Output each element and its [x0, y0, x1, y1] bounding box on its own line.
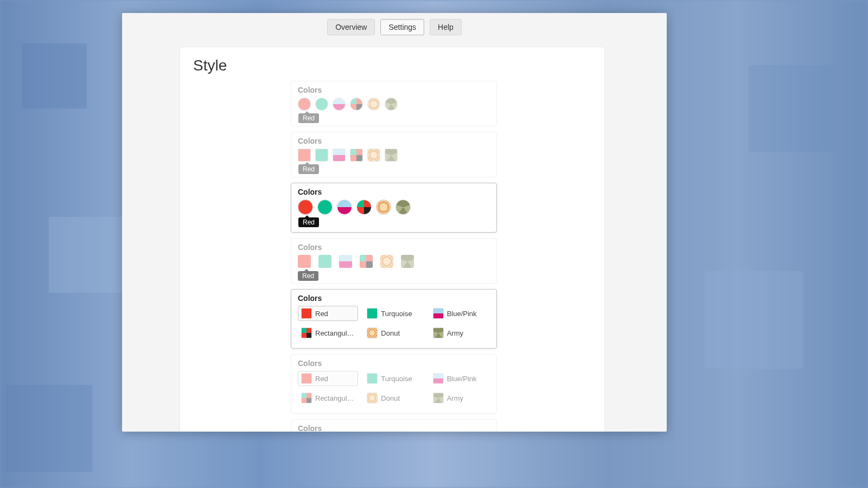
tab-help[interactable]: Help [430, 19, 462, 35]
list-item-bluepink[interactable]: Blue/Pink [430, 371, 490, 386]
color-card-list-faded: Colors Red Turquoise Blue/Pink Rectangul… [291, 354, 497, 414]
swatch-rect[interactable] [356, 200, 372, 215]
list-item-turquoise[interactable]: Turquoise [363, 371, 424, 386]
swatch-rect[interactable] [350, 98, 363, 111]
swatch-bluepink[interactable] [333, 149, 346, 162]
swatch-rect[interactable] [360, 255, 373, 268]
card-title: Colors [298, 294, 490, 303]
swatch-army[interactable] [385, 98, 398, 111]
tab-settings[interactable]: Settings [380, 19, 424, 35]
swatch-turquoise[interactable] [318, 255, 331, 268]
swatch-turquoise[interactable] [317, 200, 333, 215]
tooltip: Red [298, 271, 318, 281]
swatch-donut[interactable] [367, 98, 380, 111]
tooltip: Red [298, 164, 319, 174]
card-title: Colors [298, 424, 490, 432]
swatch-row: Red [298, 255, 490, 268]
swatch-donut[interactable] [376, 200, 391, 215]
swatch-bluepink[interactable] [339, 255, 352, 268]
swatch-bluepink[interactable] [337, 200, 352, 215]
swatch-donut[interactable] [367, 149, 380, 162]
color-card-circle-active: Colors Red [291, 183, 497, 233]
list-item-rect[interactable]: Rectangular P... [298, 325, 358, 341]
color-card-square-1: Colors Red [291, 132, 497, 177]
swatch-red[interactable]: Red [298, 149, 311, 162]
list-item-red[interactable]: Red [298, 306, 358, 321]
card-title: Colors [298, 86, 490, 94]
swatch-army[interactable] [385, 149, 398, 162]
list-item-rect[interactable]: Rectangular P... [298, 390, 358, 406]
list-item-turquoise[interactable]: Turquoise [363, 306, 424, 321]
tooltip: Red [298, 113, 319, 123]
tooltip: Red [298, 217, 319, 227]
swatch-army[interactable] [401, 255, 414, 268]
swatch-rect[interactable] [350, 149, 363, 162]
swatch-bluepink[interactable] [333, 98, 346, 111]
settings-panel: Style Colors Red Colors [180, 47, 605, 432]
swatch-army[interactable] [395, 200, 411, 215]
list-item-red[interactable]: Red [298, 371, 358, 386]
card-title: Colors [298, 137, 490, 145]
swatch-list: Red Turquoise Blue/Pink Rectangular P...… [298, 371, 490, 406]
swatch-row: Red [298, 200, 490, 215]
list-item-army[interactable]: Army [430, 325, 490, 341]
list-item-donut[interactable]: Donut [363, 390, 424, 406]
card-title: Colors [298, 243, 490, 252]
app-window: Overview Settings Help Style Colors Red [122, 13, 667, 432]
list-item-bluepink[interactable]: Blue/Pink [430, 306, 490, 321]
swatch-red[interactable]: Red [298, 98, 311, 111]
swatch-list: Red Turquoise Blue/Pink Rectangular P...… [298, 306, 490, 341]
swatch-turquoise[interactable] [315, 98, 328, 111]
page-title: Style [193, 57, 591, 74]
color-card-list-active: Colors Red Turquoise Blue/Pink Rectangul… [291, 289, 497, 349]
tabbar: Overview Settings Help [122, 13, 667, 41]
list-item-donut[interactable]: Donut [363, 325, 424, 341]
card-title: Colors [298, 359, 490, 368]
swatch-row: Red [298, 149, 490, 162]
color-card-square-2: Colors Red [291, 238, 497, 284]
swatch-red[interactable]: Red [298, 200, 313, 215]
color-card-partial: Colors [291, 419, 497, 432]
list-item-army[interactable]: Army [430, 390, 490, 406]
color-card-circle-1: Colors Red [291, 81, 497, 126]
swatch-turquoise[interactable] [315, 149, 328, 162]
swatch-row: Red [298, 98, 490, 111]
card-title: Colors [298, 188, 490, 196]
swatch-red[interactable]: Red [298, 255, 311, 268]
tab-overview[interactable]: Overview [327, 19, 375, 35]
swatch-donut[interactable] [380, 255, 393, 268]
